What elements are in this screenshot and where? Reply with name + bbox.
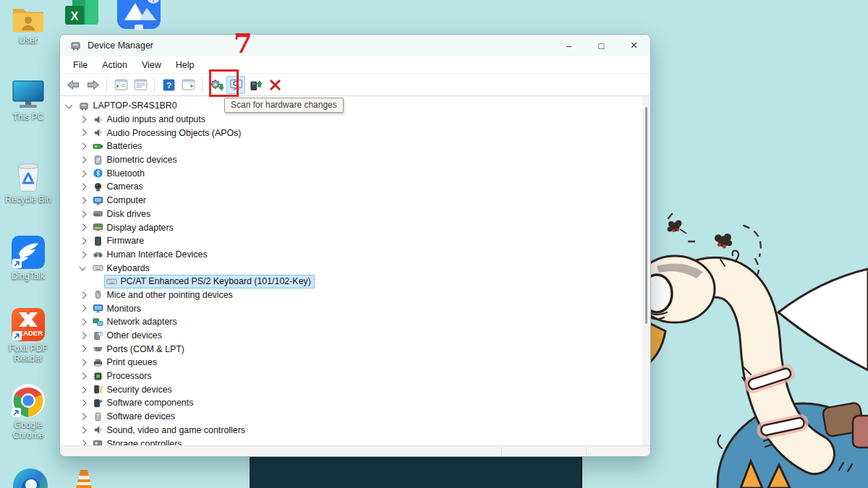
tree-item[interactable]: Audio Processing Objects (APOs) [60, 126, 650, 140]
tree-item-content[interactable]: Processors [90, 369, 156, 383]
expander-icon[interactable] [80, 427, 86, 433]
expander-icon[interactable] [80, 386, 86, 393]
expander-icon[interactable] [80, 332, 86, 338]
tree-item[interactable]: Firmware [60, 234, 650, 248]
tree-item-content[interactable]: Computer [90, 194, 150, 207]
expander-icon[interactable] [66, 101, 72, 108]
tree-item-content[interactable]: Sound, video and game controllers [90, 423, 250, 437]
tree-item-content[interactable]: Print queues [90, 356, 161, 369]
tree-item-content[interactable]: Ports (COM & LPT) [90, 342, 188, 356]
tree-item-content[interactable]: Software devices [90, 410, 179, 424]
expander-icon[interactable] [80, 210, 86, 217]
excel-icon[interactable]: X [62, 0, 101, 30]
expander-icon[interactable] [80, 263, 86, 270]
expander-icon[interactable] [80, 184, 86, 190]
scrollbar-thumb[interactable] [645, 107, 647, 324]
tree-item-content[interactable]: Network adapters [90, 315, 181, 329]
expander-icon[interactable] [80, 400, 86, 406]
tree-item-content[interactable]: Monitors [90, 301, 145, 315]
expander-icon[interactable] [80, 224, 86, 231]
desktop-icon-this-pc[interactable]: This PC [2, 80, 54, 122]
tree-item[interactable]: Other devices [60, 329, 650, 343]
scrollbar[interactable] [642, 96, 650, 446]
action-pane-button[interactable] [179, 76, 197, 94]
titlebar[interactable]: Device Manager – □ × [60, 35, 650, 56]
tree-item-content[interactable]: Audio Processing Objects (APOs) [90, 126, 245, 140]
vlc-icon[interactable] [71, 468, 97, 488]
expander-icon[interactable] [80, 291, 86, 298]
tree-item-content[interactable]: Cameras [90, 180, 147, 194]
forward-button[interactable] [83, 76, 102, 94]
expander-icon[interactable] [80, 170, 86, 176]
blue-mountain-app-icon[interactable] [116, 0, 162, 33]
tree-item[interactable]: Processors [60, 369, 650, 383]
tree-item[interactable]: Network adapters [60, 315, 650, 329]
expander-icon[interactable] [80, 116, 86, 122]
tree-item-content[interactable]: Bluetooth [90, 166, 148, 180]
desktop-icon-foxit[interactable]: READER Foxit PDF Reader [2, 308, 54, 364]
maximize-button[interactable]: □ [585, 35, 618, 56]
expander-icon[interactable] [80, 372, 86, 379]
expander-icon[interactable] [80, 143, 86, 150]
menu-view[interactable]: View [135, 58, 169, 72]
expander-icon[interactable] [80, 251, 86, 257]
tree-item[interactable]: Batteries [60, 140, 650, 153]
tree-item[interactable]: Print queues [60, 356, 650, 369]
expander-icon[interactable] [80, 156, 86, 163]
uninstall-button[interactable] [265, 76, 284, 94]
tree-item[interactable]: Software devices [60, 410, 650, 424]
expander-icon[interactable] [80, 197, 86, 204]
desktop-icon-user[interactable]: User [2, 4, 54, 46]
properties-button[interactable] [131, 76, 150, 94]
help-button[interactable] [159, 76, 178, 94]
tree-item-content[interactable]: PC/AT Enhanced PS/2 Keyboard (101/102-Ke… [104, 275, 315, 288]
tree-item[interactable]: Cameras [60, 180, 650, 194]
desktop-icon-chrome[interactable]: Google Chrome [2, 383, 54, 441]
add-driver-button[interactable] [246, 76, 265, 94]
minimize-button[interactable]: – [553, 35, 585, 56]
tree-item-content[interactable]: Software components [90, 396, 197, 410]
expander-icon[interactable] [80, 129, 86, 136]
tree-item[interactable]: Mice and other pointing devices [60, 288, 650, 302]
tree-item-content[interactable]: Disk drives [90, 207, 155, 221]
tree-item[interactable]: Display adapters [60, 221, 650, 234]
expander-icon[interactable] [80, 359, 86, 366]
desktop-icon-dingtalk[interactable]: DingTalk [2, 236, 54, 281]
tree-item-content[interactable]: Security devices [90, 382, 176, 396]
back-button[interactable] [64, 76, 82, 94]
tree-item[interactable]: Software components [60, 396, 650, 410]
close-button[interactable]: × [618, 35, 650, 56]
menu-help[interactable]: Help [169, 58, 202, 72]
tree-item[interactable]: LAPTOP-SR4S1BR0 [60, 99, 650, 113]
menu-action[interactable]: Action [95, 58, 135, 72]
expander-icon[interactable] [80, 238, 86, 244]
tree-item[interactable]: Monitors [60, 301, 650, 315]
tree-item[interactable]: Biometric devices [60, 153, 650, 167]
tree-item-content[interactable]: Audio inputs and outputs [90, 113, 209, 127]
tree-item-content[interactable]: Mice and other pointing devices [90, 288, 237, 301]
tree-item-content[interactable]: Other devices [90, 329, 166, 343]
tree-item[interactable]: Keyboards [60, 261, 650, 275]
tree-item-content[interactable]: Human Interface Devices [90, 247, 211, 261]
expander-icon[interactable] [80, 414, 86, 420]
tree-item[interactable]: Audio inputs and outputs [60, 113, 650, 127]
tree-item[interactable]: Computer [60, 194, 650, 207]
tree-item[interactable]: Human Interface Devices [60, 248, 650, 262]
microsoft-edge-icon[interactable] [12, 467, 49, 488]
tree-item-content[interactable]: Keyboards [90, 261, 153, 275]
tree-item[interactable]: Sound, video and game controllers [60, 424, 650, 437]
tree-item[interactable]: Security devices [60, 382, 650, 396]
tree-item-content[interactable]: Firmware [90, 234, 148, 248]
tree-item[interactable]: PC/AT Enhanced PS/2 Keyboard (101/102-Ke… [60, 275, 650, 288]
expander-icon[interactable] [80, 305, 86, 312]
tree-item[interactable]: Disk drives [60, 207, 650, 221]
menu-file[interactable]: File [66, 58, 95, 72]
expander-icon[interactable] [80, 346, 86, 352]
tree-item[interactable]: Ports (COM & LPT) [60, 342, 650, 356]
tree-item-content[interactable]: Biometric devices [90, 153, 181, 167]
tree-item-content[interactable]: Display adapters [90, 221, 177, 234]
tree-item-content[interactable]: LAPTOP-SR4S1BR0 [77, 99, 181, 113]
expander-icon[interactable] [80, 319, 86, 325]
desktop-icon-recycle-bin[interactable]: Recycle Bin [2, 159, 54, 205]
console-tree-button[interactable] [111, 76, 130, 94]
